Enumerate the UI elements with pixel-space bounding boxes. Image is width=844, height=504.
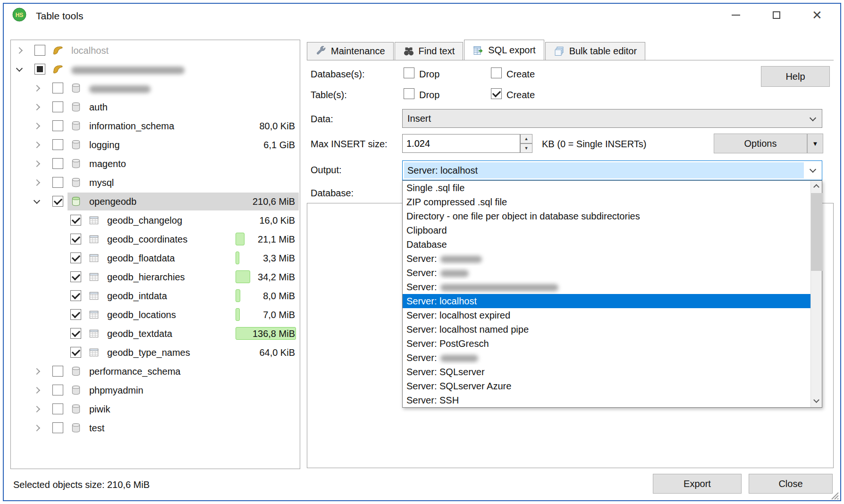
expand-arrow-icon[interactable]	[34, 425, 40, 431]
tree-checkbox-unchecked[interactable]	[52, 366, 63, 377]
tree-row-redacted[interactable]	[11, 60, 300, 79]
expand-arrow-icon[interactable]	[34, 368, 40, 375]
tree-checkbox-unchecked[interactable]	[52, 422, 63, 433]
tree-checkbox-checked[interactable]	[70, 347, 81, 358]
dropdown-item[interactable]: Server:	[403, 252, 810, 266]
dropdown-item[interactable]: Server:	[403, 351, 810, 365]
dropdown-item[interactable]: Directory - one file per object in datab…	[403, 209, 810, 223]
maximize-button[interactable]	[756, 6, 797, 25]
spinner-down-button[interactable]: ▼	[520, 143, 532, 153]
dropdown-item[interactable]: Single .sql file	[403, 181, 810, 195]
tree-row-geodb_intdata[interactable]: geodb_intdata8,0 MiB	[11, 286, 300, 305]
tree-row-performance_schema[interactable]: performance_schema	[11, 362, 300, 381]
tree-row-mysql[interactable]: mysql	[11, 173, 300, 192]
tree-row-magento[interactable]: magento	[11, 154, 300, 173]
tree-checkbox-checked[interactable]	[70, 215, 81, 226]
tree-checkbox-checked[interactable]	[52, 196, 63, 207]
tree-row-logging[interactable]: logging6,1 GiB	[11, 135, 300, 154]
tree-checkbox-unchecked[interactable]	[52, 120, 63, 131]
tree-row-geodb_floatdata[interactable]: geodb_floatdata3,3 MiB	[11, 249, 300, 268]
minimize-button[interactable]	[716, 6, 756, 25]
expand-arrow-icon[interactable]	[34, 104, 40, 110]
tree-checkbox-unchecked[interactable]	[52, 385, 63, 395]
dropdown-item[interactable]: Server:	[403, 266, 810, 280]
expand-arrow-icon[interactable]	[34, 85, 40, 92]
tree-checkbox-unchecked[interactable]	[52, 158, 63, 169]
dropdown-item[interactable]: Server: SQLserver	[403, 365, 810, 379]
expand-arrow-icon[interactable]	[16, 47, 23, 54]
data-combobox[interactable]: Insert	[402, 109, 822, 128]
tree-row-geodb_type_names[interactable]: geodb_type_names64,0 KiB	[11, 343, 300, 362]
tab-sql-export[interactable]: SQL export	[464, 40, 544, 60]
expand-arrow-icon[interactable]	[34, 406, 40, 412]
tree-checkbox-unchecked[interactable]	[34, 45, 45, 56]
expand-arrow-icon[interactable]	[34, 123, 40, 129]
dropdown-item[interactable]: ZIP compressed .sql file	[403, 195, 810, 209]
tree-row-opengeodb[interactable]: opengeodb210,6 MiB	[11, 192, 300, 211]
scroll-up-button[interactable]	[811, 181, 822, 192]
database-tree-panel[interactable]: localhostauthinformation_schema80,0 KiBl…	[10, 40, 300, 469]
tree-checkbox-partial[interactable]	[34, 64, 45, 75]
tree-checkbox-unchecked[interactable]	[52, 403, 63, 414]
tab-maintenance[interactable]: Maintenance	[307, 42, 394, 60]
size-text: 21,1 MiB	[258, 230, 295, 249]
scroll-down-button[interactable]	[811, 396, 822, 407]
tree-checkbox-checked[interactable]	[70, 290, 81, 301]
tree-checkbox-checked[interactable]	[70, 252, 81, 263]
tree-row-test[interactable]: test	[11, 419, 300, 437]
export-button[interactable]: Export	[653, 474, 742, 494]
help-button[interactable]: Help	[761, 66, 830, 87]
databases-create-checkbox[interactable]	[491, 67, 502, 78]
dropdown-item[interactable]: Clipboard	[403, 223, 810, 237]
tree-row-geodb_locations[interactable]: geodb_locations7,0 MiB	[11, 305, 300, 324]
dropdown-item[interactable]: Server: PostGresch	[403, 336, 810, 351]
options-button[interactable]: Options	[714, 134, 807, 153]
dropdown-item[interactable]: Server: localhost	[403, 294, 810, 308]
tab-bulk-table-editor[interactable]: Bulk table editor	[545, 42, 645, 60]
tables-create-checkbox[interactable]	[491, 88, 502, 99]
resize-grip[interactable]	[830, 491, 839, 502]
tab-find-text[interactable]: Find text	[395, 42, 464, 60]
tree-row-auth[interactable]: auth	[11, 98, 300, 117]
tree-checkbox-checked[interactable]	[70, 328, 81, 339]
tree-checkbox-unchecked[interactable]	[52, 101, 63, 112]
tree-row-redacted[interactable]	[11, 79, 300, 98]
tree-row-piwik[interactable]: piwik	[11, 400, 300, 419]
close-dialog-button[interactable]: Close	[749, 474, 833, 494]
dropdown-item[interactable]: Server: SQLserver Azure	[403, 379, 810, 393]
tree-row-geodb_coordinates[interactable]: geodb_coordinates21,1 MiB	[11, 230, 300, 249]
tree-checkbox-unchecked[interactable]	[52, 139, 63, 150]
dropdown-item[interactable]: Database	[403, 237, 810, 252]
max-insert-size-input[interactable]	[402, 134, 520, 153]
options-dropdown-button[interactable]: ▼	[807, 134, 823, 153]
tree-checkbox-unchecked[interactable]	[52, 83, 63, 93]
tree-checkbox-unchecked[interactable]	[52, 177, 63, 188]
dropdown-item[interactable]: Server: localhost named pipe	[403, 322, 810, 336]
collapse-arrow-icon[interactable]	[16, 65, 23, 72]
tree-row-geodb_hierarchies[interactable]: geodb_hierarchies34,2 MiB	[11, 268, 300, 286]
expand-arrow-icon[interactable]	[34, 160, 40, 167]
collapse-arrow-icon[interactable]	[34, 197, 40, 204]
expand-arrow-icon[interactable]	[34, 142, 40, 148]
tree-row-information_schema[interactable]: information_schema80,0 KiB	[11, 117, 300, 135]
dropdown-item[interactable]: Server:	[403, 280, 810, 294]
scrollbar-thumb[interactable]	[811, 193, 822, 271]
dropdown-item[interactable]: Server: SSH	[403, 393, 810, 407]
dropdown-scrollbar[interactable]	[810, 181, 822, 407]
dropdown-item[interactable]: Server: localhost expired	[403, 308, 810, 322]
tree-row-geodb_textdata[interactable]: geodb_textdata136,8 MiB	[11, 324, 300, 343]
expand-arrow-icon[interactable]	[34, 179, 40, 186]
spinner-up-button[interactable]: ▲	[520, 134, 532, 143]
close-button[interactable]: ✕	[797, 6, 837, 25]
output-combobox[interactable]: Server: localhost	[402, 160, 822, 180]
databases-drop-checkbox[interactable]	[404, 67, 414, 78]
tree-checkbox-checked[interactable]	[70, 271, 81, 282]
tree-checkbox-checked[interactable]	[70, 234, 81, 244]
tables-drop-checkbox[interactable]	[404, 88, 414, 99]
expand-arrow-icon[interactable]	[34, 387, 40, 394]
tree-row-localhost[interactable]: localhost	[11, 41, 300, 60]
tree-row-geodb_changelog[interactable]: geodb_changelog16,0 KiB	[11, 211, 300, 230]
tree-checkbox-checked[interactable]	[70, 309, 81, 320]
dropdown-item-label: Server: localhost	[406, 296, 477, 306]
tree-row-phpmyadmin[interactable]: phpmyadmin	[11, 381, 300, 400]
